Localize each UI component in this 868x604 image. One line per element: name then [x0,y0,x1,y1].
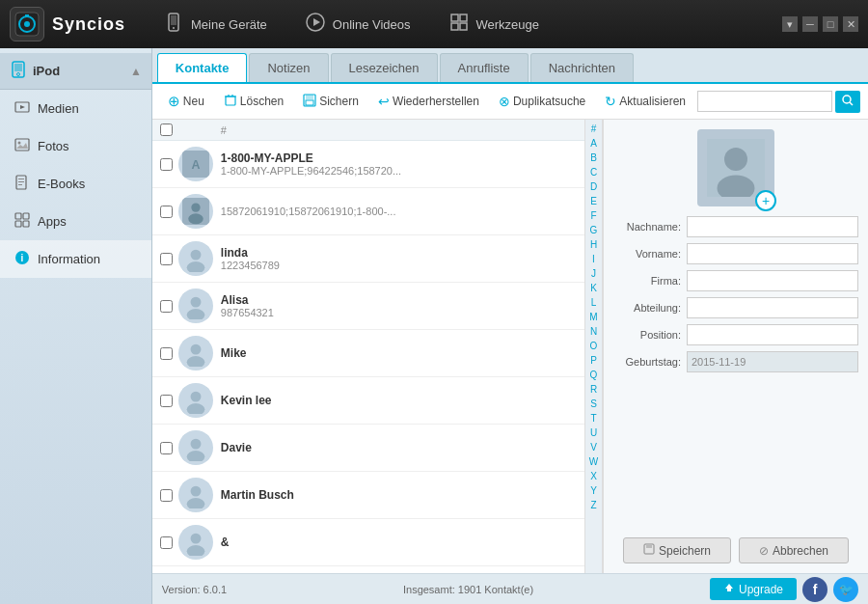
nav-meine-geraete[interactable]: Meine Geräte [145,5,286,43]
table-row[interactable]: Alisa 987654321 [152,283,584,330]
facebook-button[interactable]: f [802,577,827,602]
close-btn[interactable]: ✕ [843,16,858,32]
contact-checkbox-4[interactable] [160,300,173,313]
chevron-up-icon[interactable]: ▲ [130,65,142,78]
svg-rect-28 [23,221,29,227]
select-all-checkbox[interactable] [160,124,173,136]
contact-name: 1-800-MY-APPLE [221,151,577,165]
wiederherstellen-button[interactable]: ↩ Wiederherstellen [370,91,487,112]
table-row[interactable]: 15872061910;15872061910;1-800-... [152,188,584,235]
duplikatsuche-button[interactable]: ⊗ Duplikatsuche [491,91,593,112]
alpha-C[interactable]: C [590,165,597,179]
alpha-D[interactable]: D [590,179,597,194]
toolbar: ⊕ Neu Löschen [152,84,868,120]
field-geburtstag: Geburtstag: 2015-11-19 [613,351,858,372]
svg-rect-26 [23,213,29,219]
alpha-hash[interactable]: # [591,122,597,136]
sidebar-apps-label: Apps [38,214,67,229]
nav-items: Meine Geräte Online Videos Werkzeuge [145,5,782,43]
alpha-E[interactable]: E [590,194,597,208]
alpha-P[interactable]: P [590,353,597,368]
firma-input[interactable] [687,270,858,291]
contact-checkbox-2[interactable] [160,206,173,218]
alpha-O[interactable]: O [590,339,598,353]
alpha-K[interactable]: K [590,281,597,295]
twitter-button[interactable]: 🐦 [833,577,858,602]
svg-point-45 [188,213,203,224]
nav-online-videos[interactable]: Online Videos [286,5,430,43]
abteilung-input[interactable] [687,297,858,318]
sidebar-fotos-label: Fotos [38,139,69,153]
table-row[interactable]: & [152,519,584,566]
position-input[interactable] [687,324,858,345]
fotos-icon [14,137,30,155]
alpha-U[interactable]: U [590,426,597,440]
alpha-B[interactable]: B [590,151,597,165]
alpha-Z[interactable]: Z [590,498,596,512]
upgrade-button[interactable]: Upgrade [710,578,797,600]
sidebar-item-fotos[interactable]: Fotos [0,127,151,165]
sidebar-item-apps[interactable]: Apps [0,203,151,240]
tab-kontakte[interactable]: Kontakte [157,53,248,82]
minimize-btn[interactable]: ─ [802,16,818,32]
alpha-M[interactable]: M [589,310,597,324]
alpha-X[interactable]: X [590,469,597,483]
abbrechen-button[interactable]: ⊘ Abbrechen [739,537,849,563]
table-row[interactable]: Mike [152,330,584,377]
alpha-A[interactable]: A [590,136,597,151]
alpha-G[interactable]: G [590,223,598,237]
alpha-V[interactable]: V [590,440,597,454]
neu-button[interactable]: ⊕ Neu [160,90,212,113]
contact-checkbox-9[interactable] [160,536,173,549]
alpha-Y[interactable]: Y [590,483,597,498]
svg-marker-17 [20,105,25,109]
table-row[interactable]: A 1-800-MY-APPLE 1-800-MY-APPLE;96422546… [152,141,584,188]
sidebar-item-information[interactable]: i Information [0,240,151,278]
contact-checkbox-5[interactable] [160,347,173,360]
alpha-N[interactable]: N [590,324,597,339]
detail-fields: Nachname: Vorname: Firma: Abteilung: [613,216,858,528]
alpha-S[interactable]: S [590,397,597,411]
alpha-H[interactable]: H [590,237,597,252]
contact-checkbox-6[interactable] [160,395,173,407]
alpha-L[interactable]: L [591,295,597,310]
sidebar-item-medien[interactable]: Medien [0,90,151,127]
contact-checkbox-3[interactable] [160,253,173,265]
alpha-J[interactable]: J [591,266,596,281]
alpha-Q[interactable]: Q [590,368,598,382]
speichern-button[interactable]: Speichern [623,537,731,563]
contact-info: & [221,535,577,549]
table-row[interactable]: Davie [152,425,584,472]
alpha-R[interactable]: R [590,382,597,397]
ipod-icon [10,61,27,81]
contact-checkbox-8[interactable] [160,489,173,502]
vorname-input[interactable] [687,243,858,264]
aktualisieren-button[interactable]: ↻ Aktualisieren [597,91,693,112]
search-button[interactable] [835,91,860,113]
maximize-btn[interactable]: □ [823,16,838,32]
add-photo-button[interactable]: + [755,190,776,211]
contact-checkbox-7[interactable] [160,442,173,454]
loeschen-button[interactable]: Löschen [216,91,291,113]
search-input[interactable] [697,91,832,112]
alpha-F[interactable]: F [590,208,596,223]
menu-btn[interactable]: ▾ [782,16,798,32]
tab-anrufliste[interactable]: Anrufliste [440,53,529,82]
sichern-button[interactable]: Sichern [295,91,366,113]
nav-werkzeuge[interactable]: Werkzeuge [430,5,559,43]
sidebar-item-ebooks[interactable]: E-Books [0,165,151,203]
detail-actions: Speichern ⊘ Abbrechen [613,537,858,563]
total-label: Insgesamt: 1901 Kontakt(e) [403,584,533,595]
alpha-W[interactable]: W [589,454,598,469]
tab-lesezeichen[interactable]: Lesezeichen [331,53,438,82]
speichern-icon [643,543,655,558]
table-row[interactable]: Kevin lee [152,377,584,425]
alpha-I[interactable]: I [592,252,595,266]
nachname-input[interactable] [687,216,858,237]
alpha-T[interactable]: T [590,411,596,426]
table-row[interactable]: Martin Busch [152,472,584,519]
tab-nachrichten[interactable]: Nachrichten [530,53,634,82]
tab-notizen[interactable]: Notizen [249,53,328,82]
contact-checkbox-1[interactable] [160,158,173,171]
table-row[interactable]: linda 1223456789 [152,235,584,283]
